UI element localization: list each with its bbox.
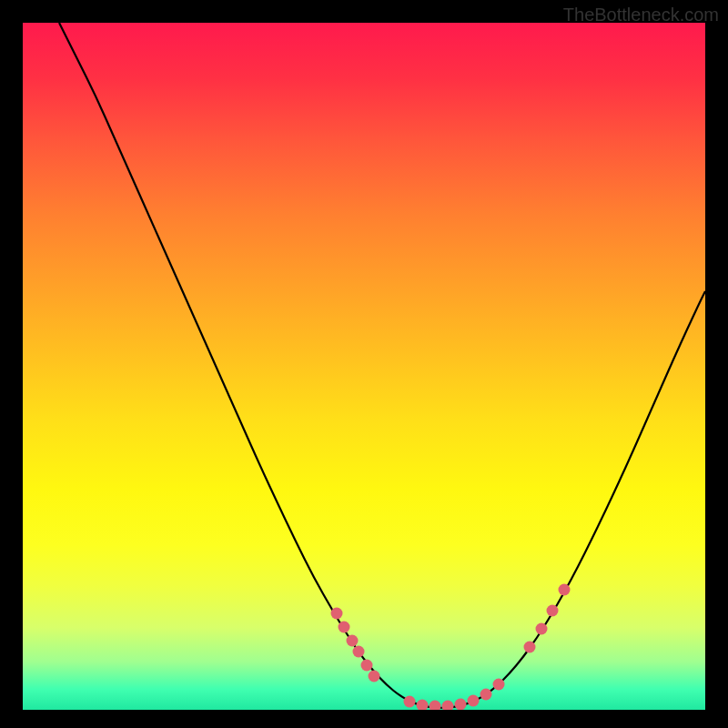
data-point	[347, 635, 359, 647]
data-point	[339, 622, 350, 633]
data-point	[493, 679, 505, 691]
plot-area	[23, 23, 705, 710]
data-point	[524, 642, 536, 653]
data-point	[442, 701, 454, 711]
data-point	[536, 623, 548, 635]
data-point	[353, 646, 365, 658]
data-point	[369, 671, 380, 682]
data-points	[331, 584, 571, 711]
data-point	[468, 695, 480, 707]
attribution-text: TheBottleneck.com	[563, 5, 719, 25]
data-point	[430, 701, 441, 711]
data-point	[559, 584, 571, 596]
bottleneck-curve	[59, 23, 705, 708]
data-point	[361, 660, 373, 672]
chart-container: TheBottleneck.com	[0, 0, 728, 728]
data-point	[547, 605, 559, 617]
data-point	[404, 696, 416, 708]
data-point	[331, 608, 343, 620]
data-point	[417, 700, 429, 711]
data-point	[480, 689, 492, 701]
data-point	[455, 699, 467, 711]
curve-svg	[23, 23, 705, 710]
